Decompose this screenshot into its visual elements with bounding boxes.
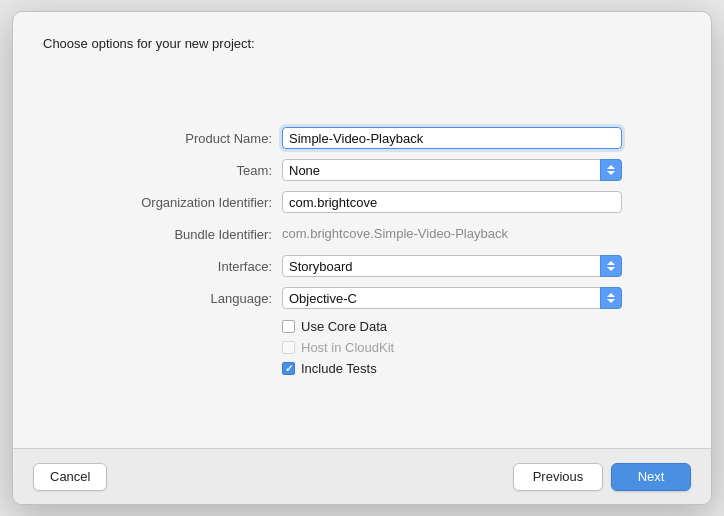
bundle-identifier-control: com.brightcove.Simple-Video-Playback xyxy=(282,223,622,245)
interface-control: Storyboard xyxy=(282,255,622,277)
interface-row: Interface: Storyboard xyxy=(102,255,622,277)
interface-arrow-down-icon xyxy=(607,267,615,271)
dialog-content: Choose options for your new project: Pro… xyxy=(13,12,711,448)
org-identifier-label: Organization Identifier: xyxy=(102,195,282,210)
interface-stepper[interactable] xyxy=(600,255,622,277)
host-in-cloudkit-row: Host in CloudKit xyxy=(102,340,622,355)
use-core-data-checkbox[interactable] xyxy=(282,320,295,333)
footer-left: Cancel xyxy=(33,463,107,491)
cancel-button[interactable]: Cancel xyxy=(33,463,107,491)
product-name-control xyxy=(282,127,622,149)
bundle-identifier-label: Bundle Identifier: xyxy=(102,227,282,242)
team-select[interactable]: None xyxy=(282,159,622,181)
use-core-data-row: Use Core Data xyxy=(102,319,622,334)
use-core-data-label: Use Core Data xyxy=(301,319,387,334)
org-identifier-control xyxy=(282,191,622,213)
footer-right: Previous Next xyxy=(513,463,691,491)
team-arrow-up-icon xyxy=(607,165,615,169)
team-control: None xyxy=(282,159,622,181)
previous-button[interactable]: Previous xyxy=(513,463,603,491)
language-label: Language: xyxy=(102,291,282,306)
dialog-title: Choose options for your new project: xyxy=(43,36,681,51)
product-name-row: Product Name: xyxy=(102,127,622,149)
bundle-identifier-value: com.brightcove.Simple-Video-Playback xyxy=(282,226,508,241)
org-identifier-input[interactable] xyxy=(282,191,622,213)
bundle-identifier-row: Bundle Identifier: com.brightcove.Simple… xyxy=(102,223,622,245)
host-in-cloudkit-label: Host in CloudKit xyxy=(301,340,394,355)
include-tests-checkbox[interactable] xyxy=(282,362,295,375)
language-select[interactable]: Objective-C xyxy=(282,287,622,309)
interface-select[interactable]: Storyboard xyxy=(282,255,622,277)
language-row: Language: Objective-C xyxy=(102,287,622,309)
language-arrow-up-icon xyxy=(607,293,615,297)
interface-arrow-up-icon xyxy=(607,261,615,265)
new-project-dialog: Choose options for your new project: Pro… xyxy=(12,11,712,505)
include-tests-label: Include Tests xyxy=(301,361,377,376)
include-tests-row: Include Tests xyxy=(102,361,622,376)
interface-select-wrapper: Storyboard xyxy=(282,255,622,277)
host-in-cloudkit-checkbox[interactable] xyxy=(282,341,295,354)
language-control: Objective-C xyxy=(282,287,622,309)
next-button[interactable]: Next xyxy=(611,463,691,491)
dialog-footer: Cancel Previous Next xyxy=(13,448,711,504)
team-arrow-down-icon xyxy=(607,171,615,175)
team-row: Team: None xyxy=(102,159,622,181)
team-select-wrapper: None xyxy=(282,159,622,181)
language-arrow-down-icon xyxy=(607,299,615,303)
product-name-input[interactable] xyxy=(282,127,622,149)
org-identifier-row: Organization Identifier: xyxy=(102,191,622,213)
form-area: Product Name: Team: None xyxy=(43,81,681,428)
language-select-wrapper: Objective-C xyxy=(282,287,622,309)
product-name-label: Product Name: xyxy=(102,131,282,146)
interface-label: Interface: xyxy=(102,259,282,274)
team-label: Team: xyxy=(102,163,282,178)
language-stepper[interactable] xyxy=(600,287,622,309)
team-stepper[interactable] xyxy=(600,159,622,181)
